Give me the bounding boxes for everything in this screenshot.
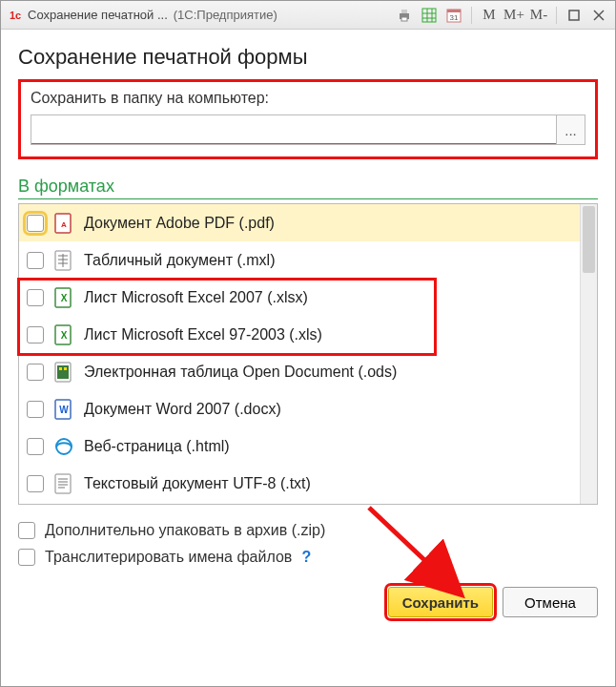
pdf-icon: A xyxy=(53,213,74,234)
svg-rect-31 xyxy=(64,367,67,370)
html-icon xyxy=(53,436,74,457)
format-label: Документ Word 2007 (.docx) xyxy=(84,401,572,418)
svg-rect-3 xyxy=(422,9,436,22)
browse-button[interactable]: ... xyxy=(556,115,585,144)
format-label: Веб-страница (.html) xyxy=(84,438,572,455)
content-area: Сохранение печатной формы Сохранить в па… xyxy=(1,30,615,686)
format-checkbox[interactable] xyxy=(27,215,44,232)
svg-text:W: W xyxy=(59,405,69,415)
format-label: Текстовый документ UTF-8 (.txt) xyxy=(84,475,572,492)
format-row[interactable]: AДокумент Adobe PDF (.pdf) xyxy=(19,204,580,241)
mxl-icon xyxy=(53,250,74,271)
page-title: Сохранение печатной формы xyxy=(18,45,598,70)
svg-text:31: 31 xyxy=(450,13,459,22)
format-checkbox[interactable] xyxy=(27,438,44,455)
print-icon[interactable] xyxy=(394,5,415,26)
folder-label: Сохранить в папку на компьютер: xyxy=(31,90,585,107)
svg-rect-2 xyxy=(401,17,407,21)
scrollbar[interactable] xyxy=(580,204,597,504)
zip-checkbox[interactable] xyxy=(18,522,35,539)
svg-rect-11 xyxy=(569,10,579,20)
format-checkbox[interactable] xyxy=(27,475,44,492)
svg-rect-29 xyxy=(57,365,69,379)
formats-list: AДокумент Adobe PDF (.pdf)Табличный доку… xyxy=(19,204,580,504)
svg-text:X: X xyxy=(61,330,68,341)
scrollbar-thumb[interactable] xyxy=(583,206,595,273)
window-title: Сохранение печатной ... xyxy=(28,8,168,22)
path-input[interactable] xyxy=(31,115,556,144)
format-row[interactable]: Табличный документ (.mxl) xyxy=(19,241,580,279)
doc-icon: W xyxy=(53,399,74,420)
save-button[interactable]: Сохранить xyxy=(388,587,493,617)
option-zip: Дополнительно упаковать в архив (.zip) xyxy=(18,522,598,539)
xls-icon: X xyxy=(53,287,74,308)
translit-label: Транслитерировать имена файлов xyxy=(45,549,292,566)
translit-checkbox[interactable] xyxy=(18,549,35,566)
separator xyxy=(471,7,472,24)
svg-rect-1 xyxy=(401,10,407,13)
app-icon: 1c xyxy=(7,7,24,24)
format-label: Лист Microsoft Excel 2007 (.xlsx) xyxy=(84,289,572,306)
window-subtitle: (1С:Предприятие) xyxy=(174,8,277,22)
help-icon[interactable]: ? xyxy=(301,549,311,566)
titlebar: 1c Сохранение печатной ... (1С:Предприят… xyxy=(1,1,615,30)
format-row[interactable]: XЛист Microsoft Excel 97-2003 (.xls) xyxy=(19,316,580,353)
calendar-icon[interactable]: 31 xyxy=(443,5,464,26)
format-row[interactable]: Электронная таблица Open Document (.ods) xyxy=(19,353,580,390)
format-checkbox[interactable] xyxy=(27,326,44,344)
format-checkbox[interactable] xyxy=(27,252,44,269)
format-checkbox[interactable] xyxy=(27,289,44,306)
svg-rect-30 xyxy=(59,367,62,370)
txt-icon xyxy=(53,473,74,494)
svg-text:X: X xyxy=(61,293,68,303)
m-plus-button[interactable]: M+ xyxy=(503,5,524,26)
svg-rect-36 xyxy=(55,474,71,493)
format-row[interactable]: Веб-страница (.html) xyxy=(19,427,580,465)
svg-text:A: A xyxy=(61,220,67,229)
close-icon[interactable] xyxy=(588,5,609,26)
cancel-button[interactable]: Отмена xyxy=(503,587,598,617)
svg-point-35 xyxy=(56,439,72,454)
format-label: Электронная таблица Open Document (.ods) xyxy=(84,364,572,381)
format-label: Документ Adobe PDF (.pdf) xyxy=(84,215,572,232)
option-translit: Транслитерировать имена файлов ? xyxy=(18,549,598,566)
format-row[interactable]: XЛист Microsoft Excel 2007 (.xlsx) xyxy=(19,279,580,316)
formats-heading: В форматах xyxy=(18,177,598,199)
format-row[interactable]: WДокумент Word 2007 (.docx) xyxy=(19,390,580,427)
maximize-icon[interactable] xyxy=(564,5,585,26)
format-checkbox[interactable] xyxy=(27,364,44,381)
dialog-window: 1c Сохранение печатной ... (1С:Предприят… xyxy=(0,0,616,687)
formats-list-container: AДокумент Adobe PDF (.pdf)Табличный доку… xyxy=(18,203,598,505)
footer: Сохранить Отмена xyxy=(18,587,598,617)
grid-icon[interactable] xyxy=(419,5,440,26)
format-row[interactable]: Текстовый документ UTF-8 (.txt) xyxy=(19,465,580,502)
ods-icon xyxy=(53,362,74,383)
zip-label: Дополнительно упаковать в архив (.zip) xyxy=(45,522,325,539)
format-checkbox[interactable] xyxy=(27,401,44,418)
format-label: Лист Microsoft Excel 97-2003 (.xls) xyxy=(84,326,572,344)
format-label: Табличный документ (.mxl) xyxy=(84,252,572,269)
svg-rect-9 xyxy=(447,10,461,12)
folder-section: Сохранить в папку на компьютер: ... xyxy=(18,79,598,159)
path-field-row: ... xyxy=(31,114,585,145)
m-button[interactable]: M xyxy=(479,5,500,26)
xls-icon: X xyxy=(53,324,74,345)
separator xyxy=(556,7,557,24)
m-minus-button[interactable]: M- xyxy=(528,5,549,26)
